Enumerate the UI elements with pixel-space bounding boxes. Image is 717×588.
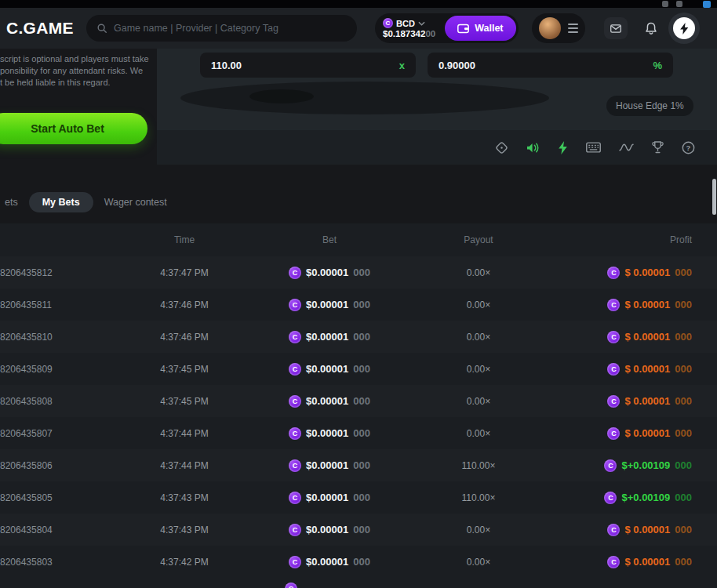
- notifications-button[interactable]: [642, 18, 661, 38]
- bet-time: 4:37:43 PM: [118, 524, 251, 535]
- table-row[interactable]: 8206435804 4:37:43 PM C $0.00001000 0.00…: [0, 514, 717, 546]
- col-header-payout: Payout: [408, 234, 549, 245]
- table-row[interactable]: 8206435809 4:37:45 PM C $0.00001000 0.00…: [0, 353, 717, 385]
- bet-time: 4:37:46 PM: [118, 332, 251, 343]
- bonus-spin-button[interactable]: [668, 13, 700, 44]
- game-toolbar: ?: [157, 130, 717, 165]
- coin-icon: C: [607, 524, 620, 536]
- turbo-icon[interactable]: [558, 141, 568, 154]
- bet-profit: C $ 0.00001000: [549, 331, 692, 343]
- notifications-icon: [645, 22, 657, 35]
- coin-icon-partial-row: C: [285, 583, 297, 588]
- menu-icon: [568, 24, 578, 33]
- bet-time: 4:37:45 PM: [118, 396, 251, 407]
- col-header-time: Time: [118, 234, 251, 245]
- table-row[interactable]: 8206435806 4:37:44 PM C $0.00001000 110.…: [0, 449, 717, 481]
- profile-menu[interactable]: [532, 13, 585, 43]
- table-row[interactable]: 8206435807 4:37:44 PM C $0.00001000 0.00…: [0, 417, 717, 449]
- help-icon[interactable]: ?: [682, 141, 695, 154]
- svg-text:?: ?: [686, 143, 691, 151]
- coin-icon: C: [289, 363, 301, 376]
- bet-payout: 0.00×: [408, 396, 549, 407]
- bet-amount: C $0.00001000: [251, 492, 408, 504]
- game-panel: 110.00 x 0.90000 % House Edge 1%: [157, 49, 717, 165]
- coin-icon: C: [289, 267, 301, 279]
- site-logo[interactable]: C.GAME: [6, 19, 74, 38]
- bet-id: 8206435808: [0, 396, 118, 407]
- bet-time: 4:37:42 PM: [118, 557, 251, 568]
- bet-time: 4:37:46 PM: [118, 299, 251, 310]
- wallet-balance: $0.187342: [383, 29, 425, 38]
- bet-id: 8206435811: [0, 299, 118, 310]
- tab-all-bets[interactable]: ets: [0, 197, 23, 208]
- tab-my-bets[interactable]: My Bets: [29, 192, 93, 212]
- coin-icon: C: [289, 299, 301, 311]
- wallet-icon: [457, 24, 469, 34]
- bet-amount: C $0.00001000: [251, 363, 408, 376]
- table-row[interactable]: 8206435805 4:37:43 PM C $0.00001000 110.…: [0, 481, 717, 514]
- bet-payout: 0.00×: [408, 267, 549, 278]
- scrollbar-thumb[interactable]: [712, 179, 716, 215]
- bet-amount: C $0.00001000: [251, 556, 408, 568]
- bet-payout: 0.00×: [408, 557, 549, 568]
- bet-id: 8206435810: [0, 332, 118, 343]
- hotkeys-icon[interactable]: [586, 142, 601, 153]
- coin-icon: C: [607, 556, 620, 568]
- table-rows: 8206435812 4:37:47 PM C $0.00001000 0.00…: [0, 256, 717, 578]
- table-row[interactable]: 8206435812 4:37:47 PM C $0.00001000 0.00…: [0, 256, 717, 289]
- coin-icon: C: [607, 331, 620, 343]
- bet-profit: C $ 0.00001000: [549, 556, 692, 568]
- coin-icon: C: [607, 299, 620, 311]
- bet-profit: C $+0.00109000: [549, 459, 692, 472]
- bet-id: 8206435807: [0, 428, 118, 439]
- coin-icon: C: [607, 395, 620, 408]
- wallet-button[interactable]: Wallet: [445, 16, 515, 41]
- bet-payout: 0.00×: [408, 428, 549, 439]
- bet-profit: C $ 0.00001000: [549, 363, 692, 376]
- bet-amount: C $0.00001000: [251, 395, 408, 408]
- col-header-bet: Bet: [251, 234, 408, 245]
- house-edge-badge: House Edge 1%: [606, 96, 693, 116]
- bet-profit: C $ 0.00001000: [549, 427, 692, 440]
- seed-dice-icon[interactable]: [495, 141, 508, 154]
- coin-icon: C: [289, 524, 301, 536]
- coin-icon: C: [289, 556, 301, 568]
- currency-selector[interactable]: C BCD $0.18734200: [383, 18, 435, 38]
- extension-icon[interactable]: [662, 1, 668, 7]
- win-chance-input[interactable]: 0.90000 %: [428, 53, 673, 78]
- bet-payout: 0.00×: [408, 299, 549, 310]
- start-auto-bet-button[interactable]: Start Auto Bet: [0, 113, 147, 144]
- coin-icon: C: [607, 267, 620, 279]
- coin-icon: C: [289, 395, 301, 408]
- table-row[interactable]: 8206435803 4:37:42 PM C $0.00001000 0.00…: [0, 546, 717, 578]
- coin-icon: C: [607, 363, 620, 376]
- bet-payout: 0.00×: [408, 332, 549, 343]
- site-favicon[interactable]: [703, 1, 711, 8]
- payout-input[interactable]: 110.00 x: [200, 53, 416, 78]
- tab-wager-contest[interactable]: Wager contest: [100, 197, 172, 208]
- coin-icon: C: [289, 427, 301, 440]
- extension-icon[interactable]: [676, 1, 682, 7]
- trophy-icon[interactable]: [652, 141, 664, 154]
- table-row[interactable]: 8206435811 4:37:46 PM C $0.00001000 0.00…: [0, 289, 717, 321]
- search-input[interactable]: Game name | Provider | Category Tag: [86, 15, 357, 42]
- disclaimer-text: script is optional and players must take…: [0, 53, 153, 89]
- bet-amount: C $0.00001000: [251, 459, 408, 472]
- bcd-coin-icon: C: [383, 18, 393, 28]
- table-row[interactable]: 8206435810 4:37:46 PM C $0.00001000 0.00…: [0, 321, 717, 353]
- percent-suffix: %: [653, 60, 662, 71]
- bet-id: 8206435804: [0, 524, 118, 535]
- sound-icon[interactable]: [526, 142, 540, 154]
- bet-time: 4:37:44 PM: [118, 428, 251, 439]
- search-placeholder: Game name | Provider | Category Tag: [114, 23, 278, 34]
- chevron-down-icon: [418, 21, 425, 26]
- bet-id: 8206435812: [0, 267, 118, 278]
- wallet-balance-dim: 00: [425, 29, 435, 38]
- messages-button[interactable]: [604, 17, 628, 39]
- spin-logo-icon: [673, 17, 695, 39]
- table-row[interactable]: 8206435808 4:37:45 PM C $0.00001000 0.00…: [0, 385, 717, 417]
- bet-amount: C $0.00001000: [251, 267, 408, 279]
- stats-icon[interactable]: [619, 143, 634, 152]
- bet-time: 4:37:47 PM: [118, 267, 251, 278]
- bet-id: 8206435806: [0, 460, 118, 471]
